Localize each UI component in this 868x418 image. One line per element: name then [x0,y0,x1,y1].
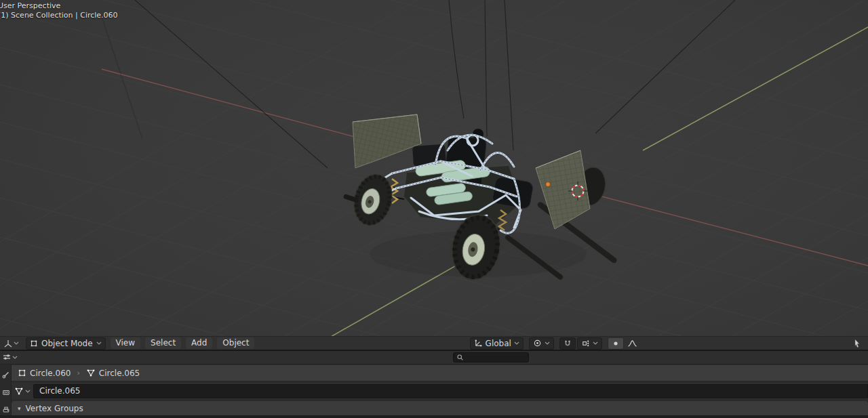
magnet-icon [564,339,572,348]
menu-object[interactable]: Object [217,337,254,349]
mode-dropdown-label: Object Mode [41,339,93,348]
properties-breadcrumb: Circle.060 › Circle.065 [12,365,868,381]
properties-editor-icon [2,352,12,362]
search-icon [456,354,464,361]
menu-add[interactable]: Add [186,337,212,349]
chevron-down-icon [545,341,550,346]
mesh-data-icon [14,387,24,396]
datablock-name-input[interactable] [33,384,868,398]
tab-output[interactable] [1,404,11,415]
snap-target-icon [581,339,590,348]
view-name-label: User Perspective [0,1,118,11]
tool-wrench-icon [2,371,10,379]
cursor-tool-icon[interactable] [852,339,862,348]
mesh-data-icon [86,369,96,377]
chevron-down-icon [14,341,19,346]
pivot-point-dropdown[interactable] [529,337,554,350]
menu-view[interactable]: View [111,337,140,349]
orientation-axes-icon [474,339,483,348]
object-mode-icon [30,339,38,348]
orientation-label: Global [486,339,511,348]
properties-header [0,351,868,364]
viewport-header: Object Mode View Select Add Object Gl [0,336,868,350]
object-origin-dot [546,182,550,186]
panel-vertex-groups[interactable]: ▾ Vertex Groups [12,401,868,415]
orientation-dropdown[interactable]: Global [470,337,524,350]
car-model[interactable] [343,114,618,283]
editor-type-button-properties[interactable] [2,352,18,362]
breadcrumb-data-label: Circle.065 [99,369,140,378]
mode-dropdown[interactable]: Object Mode [26,337,106,350]
properties-search-field[interactable] [453,352,529,362]
tab-render[interactable] [1,387,11,397]
viewport-overlay-text: User Perspective (1) Scene Collection | … [0,1,118,20]
properties-tab-column [0,364,12,418]
editor-type-button-3dview[interactable] [2,338,20,349]
chevron-down-icon [96,341,102,346]
datablock-menu-button[interactable] [14,387,31,396]
3d-viewport-icon [3,339,13,348]
snap-toggle-button[interactable] [559,337,576,350]
wing-panel-left [353,114,421,168]
bottom-strip [0,415,868,418]
breadcrumb-object-label: Circle.060 [30,369,71,378]
viewport-scene [0,0,868,336]
breadcrumb-mesh-data[interactable]: Circle.065 [86,369,140,378]
3d-viewport[interactable]: User Perspective (1) Scene Collection | … [0,0,868,350]
object-icon [18,369,26,377]
snap-settings-dropdown[interactable] [577,337,602,350]
falloff-curve-icon[interactable] [627,339,637,348]
chevron-down-icon [25,389,31,394]
datablock-name-row [12,383,868,399]
transform-controls-cluster: Global [470,337,637,350]
proportional-editing-toggle[interactable] [608,337,624,350]
panel-expand-triangle-icon: ▾ [18,405,21,412]
chevron-down-icon [514,341,519,346]
breadcrumb-object[interactable]: Circle.060 [18,369,71,378]
wing-panel-right [536,150,590,229]
pivot-point-icon [533,339,542,348]
properties-search-input[interactable] [464,353,525,362]
tab-tool[interactable] [1,369,11,379]
render-camera-icon [2,388,10,396]
menu-select[interactable]: Select [145,337,181,349]
chevron-down-icon [12,355,18,360]
breadcrumb-separator: › [77,369,79,377]
blender-window: User Perspective (1) Scene Collection | … [0,0,868,418]
output-printer-icon [2,406,10,414]
properties-editor: Circle.060 › Circle.065 [0,350,868,418]
active-object-label: (1) Scene Collection | Circle.060 [0,11,118,20]
proportional-dot-icon [612,339,620,348]
chevron-down-icon [593,341,598,346]
panel-vertex-groups-label: Vertex Groups [26,404,83,413]
